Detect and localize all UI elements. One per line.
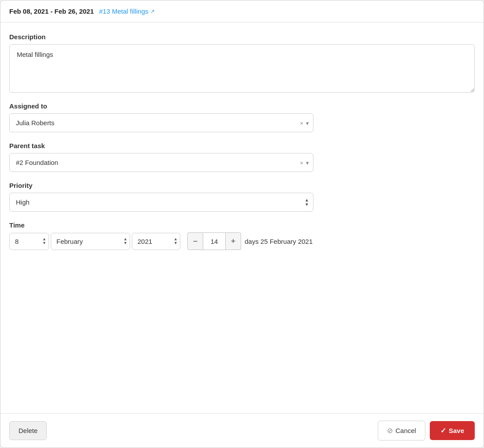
cancel-button[interactable]: ⊘ Cancel: [378, 421, 425, 441]
save-button[interactable]: ✓ Save: [430, 421, 475, 440]
parent-task-select[interactable]: #2 Foundation: [9, 153, 313, 172]
assigned-to-wrapper: Julia Roberts × ▾: [9, 113, 313, 132]
duration-value: 14: [203, 232, 225, 250]
assigned-to-label: Assigned to: [9, 102, 475, 110]
priority-label: Priority: [9, 182, 475, 189]
cancel-icon: ⊘: [387, 426, 393, 435]
description-group: Description Metal fillings: [9, 33, 475, 93]
time-group: Time 8 ▲ ▼ January February: [9, 221, 475, 250]
days-text: days 25 February 2021: [245, 238, 313, 245]
cancel-label: Cancel: [395, 427, 416, 434]
year-select[interactable]: 2021: [132, 233, 180, 250]
delete-button[interactable]: Delete: [9, 421, 47, 440]
day-wrapper: 8 ▲ ▼: [9, 233, 49, 250]
day-select[interactable]: 8: [9, 233, 49, 250]
priority-group: Priority Low Medium High Critical ▲ ▼: [9, 182, 475, 212]
duration-plus-button[interactable]: +: [225, 232, 241, 250]
description-label: Description: [9, 33, 475, 41]
date-range: Feb 08, 2021 - Feb 26, 2021: [9, 7, 94, 15]
time-label: Time: [9, 221, 475, 229]
description-textarea[interactable]: Metal fillings: [9, 44, 475, 93]
year-wrapper: 2021 ▲ ▼: [132, 233, 180, 250]
assigned-to-select[interactable]: Julia Roberts: [9, 113, 313, 132]
task-link-text: #13 Metal fillings: [99, 7, 149, 15]
external-link-icon: ↗: [150, 8, 155, 15]
modal-header: Feb 08, 2021 - Feb 26, 2021 #13 Metal fi…: [0, 0, 484, 22]
modal-footer: Delete ⊘ Cancel ✓ Save: [0, 413, 484, 448]
save-check-icon: ✓: [440, 426, 446, 435]
month-select[interactable]: January February March: [51, 233, 130, 250]
parent-task-wrapper: #2 Foundation × ▾: [9, 153, 313, 172]
parent-task-group: Parent task #2 Foundation × ▾: [9, 142, 475, 172]
task-modal: Feb 08, 2021 - Feb 26, 2021 #13 Metal fi…: [0, 0, 484, 448]
priority-select[interactable]: Low Medium High Critical: [9, 193, 313, 212]
duration-group: − 14 +: [187, 232, 241, 250]
task-link[interactable]: #13 Metal fillings ↗: [99, 7, 155, 15]
footer-right: ⊘ Cancel ✓ Save: [378, 421, 475, 441]
time-row: 8 ▲ ▼ January February March ▲: [9, 232, 475, 250]
modal-body: Description Metal fillings Assigned to J…: [0, 22, 484, 413]
parent-task-label: Parent task: [9, 142, 475, 149]
priority-wrapper: Low Medium High Critical ▲ ▼: [9, 193, 313, 212]
assigned-to-group: Assigned to Julia Roberts × ▾: [9, 102, 475, 132]
month-wrapper: January February March ▲ ▼: [51, 233, 130, 250]
save-label: Save: [449, 427, 464, 434]
duration-minus-button[interactable]: −: [187, 232, 203, 250]
